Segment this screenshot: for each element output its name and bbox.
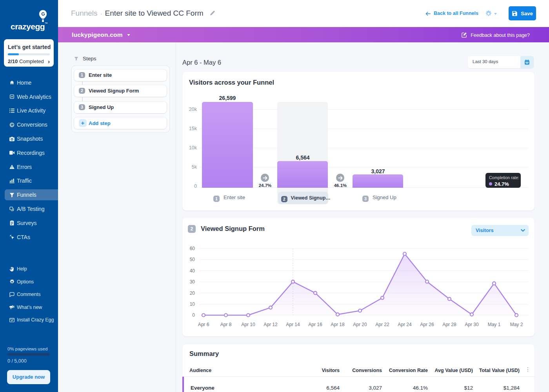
svg-text:Apr 14: Apr 14 [286, 322, 300, 327]
svg-text:Apr 30: Apr 30 [465, 322, 479, 327]
svg-text:Apr 6: Apr 6 [198, 322, 209, 327]
svg-text:10: 10 [190, 301, 195, 307]
svg-text:Apr 12: Apr 12 [264, 322, 278, 327]
svg-text:Apr 10: Apr 10 [241, 322, 255, 327]
svg-text:40: 40 [190, 268, 195, 274]
svg-text:Apr 18: Apr 18 [331, 322, 345, 327]
svg-text:Apr 16: Apr 16 [308, 322, 322, 327]
svg-text:20: 20 [190, 290, 195, 296]
svg-text:May 2: May 2 [510, 322, 523, 327]
svg-text:Apr 26: Apr 26 [420, 322, 434, 327]
svg-text:60: 60 [190, 246, 195, 251]
svg-text:Apr 28: Apr 28 [442, 322, 456, 327]
svg-text:Apr 22: Apr 22 [375, 322, 389, 327]
svg-text:May 1: May 1 [488, 322, 501, 327]
svg-text:Apr 24: Apr 24 [398, 322, 412, 327]
svg-text:Apr 8: Apr 8 [220, 322, 232, 327]
svg-text:50: 50 [190, 257, 195, 262]
svg-text:30: 30 [190, 279, 195, 285]
svg-text:0: 0 [192, 312, 195, 318]
svg-text:Apr 20: Apr 20 [353, 322, 367, 327]
